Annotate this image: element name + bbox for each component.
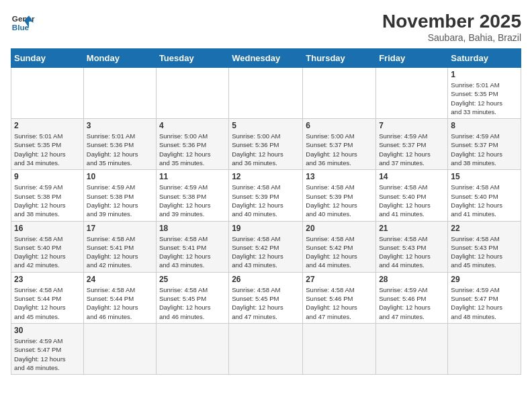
day-info: Sunrise: 4:58 AM Sunset: 5:43 PM Dayligh…: [379, 234, 445, 270]
calendar-cell: 30Sunrise: 4:59 AM Sunset: 5:47 PM Dayli…: [11, 323, 84, 374]
calendar-cell: [156, 68, 228, 119]
day-info: Sunrise: 4:58 AM Sunset: 5:42 PM Dayligh…: [232, 234, 300, 270]
day-info: Sunrise: 4:59 AM Sunset: 5:38 PM Dayligh…: [87, 183, 153, 218]
day-info: Sunrise: 4:58 AM Sunset: 5:43 PM Dayligh…: [451, 234, 518, 270]
calendar-cell: 16Sunrise: 4:58 AM Sunset: 5:40 PM Dayli…: [11, 221, 84, 272]
day-number: 2: [14, 121, 81, 130]
day-info: Sunrise: 5:01 AM Sunset: 5:36 PM Dayligh…: [87, 132, 153, 167]
calendar-cell: [448, 323, 521, 374]
day-info: Sunrise: 5:00 AM Sunset: 5:36 PM Dayligh…: [232, 132, 300, 167]
day-info: Sunrise: 4:59 AM Sunset: 5:46 PM Dayligh…: [379, 285, 445, 321]
day-info: Sunrise: 4:58 AM Sunset: 5:40 PM Dayligh…: [451, 183, 518, 218]
weekday-header: Saturday: [448, 49, 521, 68]
calendar-cell: 10Sunrise: 4:59 AM Sunset: 5:38 PM Dayli…: [83, 170, 156, 221]
day-info: Sunrise: 4:59 AM Sunset: 5:38 PM Dayligh…: [14, 183, 81, 218]
calendar-cell: 26Sunrise: 4:58 AM Sunset: 5:45 PM Dayli…: [229, 272, 303, 323]
day-number: 17: [87, 224, 153, 233]
day-number: 12: [232, 172, 300, 181]
calendar-week-row: 30Sunrise: 4:59 AM Sunset: 5:47 PM Dayli…: [11, 323, 521, 374]
day-number: 27: [306, 275, 373, 284]
day-number: 6: [306, 121, 373, 130]
calendar-cell: 28Sunrise: 4:59 AM Sunset: 5:46 PM Dayli…: [376, 272, 448, 323]
day-number: 5: [232, 121, 300, 130]
day-info: Sunrise: 4:58 AM Sunset: 5:40 PM Dayligh…: [14, 234, 81, 270]
day-info: Sunrise: 4:58 AM Sunset: 5:44 PM Dayligh…: [14, 285, 81, 321]
day-info: Sunrise: 4:58 AM Sunset: 5:40 PM Dayligh…: [379, 183, 445, 218]
day-number: 25: [159, 275, 226, 284]
calendar-cell: [376, 323, 448, 374]
calendar-cell: 20Sunrise: 4:58 AM Sunset: 5:42 PM Dayli…: [303, 221, 376, 272]
month-title: November 2025: [382, 11, 521, 32]
day-number: 10: [87, 172, 153, 181]
day-info: Sunrise: 5:01 AM Sunset: 5:35 PM Dayligh…: [14, 132, 81, 167]
weekday-header: Sunday: [11, 49, 84, 68]
calendar-cell: [83, 68, 156, 119]
weekday-header: Friday: [376, 49, 448, 68]
logo-icon: General Blue: [11, 11, 35, 35]
weekday-header: Tuesday: [156, 49, 228, 68]
calendar-cell: [156, 323, 228, 374]
calendar-cell: 1Sunrise: 5:01 AM Sunset: 5:35 PM Daylig…: [448, 68, 521, 119]
calendar-week-row: 9Sunrise: 4:59 AM Sunset: 5:38 PM Daylig…: [11, 170, 521, 221]
calendar-cell: 19Sunrise: 4:58 AM Sunset: 5:42 PM Dayli…: [229, 221, 303, 272]
day-number: 29: [451, 275, 518, 284]
day-info: Sunrise: 4:59 AM Sunset: 5:37 PM Dayligh…: [379, 132, 445, 167]
day-number: 26: [232, 275, 300, 284]
calendar-cell: 12Sunrise: 4:58 AM Sunset: 5:39 PM Dayli…: [229, 170, 303, 221]
day-info: Sunrise: 4:58 AM Sunset: 5:45 PM Dayligh…: [159, 285, 226, 321]
calendar-cell: 11Sunrise: 4:59 AM Sunset: 5:38 PM Dayli…: [156, 170, 228, 221]
calendar-cell: 3Sunrise: 5:01 AM Sunset: 5:36 PM Daylig…: [83, 119, 156, 170]
title-block: November 2025 Saubara, Bahia, Brazil: [382, 11, 521, 43]
day-number: 21: [379, 224, 445, 233]
day-number: 30: [14, 326, 81, 335]
calendar-cell: 2Sunrise: 5:01 AM Sunset: 5:35 PM Daylig…: [11, 119, 84, 170]
calendar-cell: 18Sunrise: 4:58 AM Sunset: 5:41 PM Dayli…: [156, 221, 228, 272]
day-number: 8: [451, 121, 518, 130]
page-header: General Blue November 2025 Saubara, Bahi…: [11, 11, 521, 43]
day-info: Sunrise: 5:00 AM Sunset: 5:37 PM Dayligh…: [306, 132, 373, 167]
day-number: 19: [232, 224, 300, 233]
location: Saubara, Bahia, Brazil: [382, 32, 521, 43]
calendar-cell: 22Sunrise: 4:58 AM Sunset: 5:43 PM Dayli…: [448, 221, 521, 272]
calendar-week-row: 2Sunrise: 5:01 AM Sunset: 5:35 PM Daylig…: [11, 119, 521, 170]
day-number: 20: [306, 224, 373, 233]
day-info: Sunrise: 4:59 AM Sunset: 5:38 PM Dayligh…: [159, 183, 226, 218]
day-number: 7: [379, 121, 445, 130]
day-info: Sunrise: 4:59 AM Sunset: 5:37 PM Dayligh…: [451, 132, 518, 167]
day-number: 28: [379, 275, 445, 284]
day-info: Sunrise: 4:58 AM Sunset: 5:41 PM Dayligh…: [87, 234, 153, 270]
day-number: 4: [159, 121, 226, 130]
day-info: Sunrise: 4:58 AM Sunset: 5:39 PM Dayligh…: [306, 183, 373, 218]
calendar-week-row: 1Sunrise: 5:01 AM Sunset: 5:35 PM Daylig…: [11, 68, 521, 119]
day-number: 24: [87, 275, 153, 284]
weekday-header: Wednesday: [229, 49, 303, 68]
day-info: Sunrise: 4:58 AM Sunset: 5:45 PM Dayligh…: [232, 285, 300, 321]
calendar-cell: [303, 323, 376, 374]
day-number: 11: [159, 172, 226, 181]
day-number: 3: [87, 121, 153, 130]
calendar-cell: 6Sunrise: 5:00 AM Sunset: 5:37 PM Daylig…: [303, 119, 376, 170]
calendar-cell: [376, 68, 448, 119]
calendar-cell: [229, 68, 303, 119]
calendar-cell: 27Sunrise: 4:58 AM Sunset: 5:46 PM Dayli…: [303, 272, 376, 323]
calendar-cell: 14Sunrise: 4:58 AM Sunset: 5:40 PM Dayli…: [376, 170, 448, 221]
calendar-cell: [83, 323, 156, 374]
day-info: Sunrise: 5:00 AM Sunset: 5:36 PM Dayligh…: [159, 132, 226, 167]
calendar-cell: 25Sunrise: 4:58 AM Sunset: 5:45 PM Dayli…: [156, 272, 228, 323]
day-number: 15: [451, 172, 518, 181]
day-number: 18: [159, 224, 226, 233]
weekday-header-row: SundayMondayTuesdayWednesdayThursdayFrid…: [11, 49, 521, 68]
calendar-cell: 15Sunrise: 4:58 AM Sunset: 5:40 PM Dayli…: [448, 170, 521, 221]
calendar-cell: 9Sunrise: 4:59 AM Sunset: 5:38 PM Daylig…: [11, 170, 84, 221]
day-info: Sunrise: 4:59 AM Sunset: 5:47 PM Dayligh…: [451, 285, 518, 321]
calendar-cell: 7Sunrise: 4:59 AM Sunset: 5:37 PM Daylig…: [376, 119, 448, 170]
day-info: Sunrise: 5:01 AM Sunset: 5:35 PM Dayligh…: [451, 81, 518, 116]
calendar-week-row: 23Sunrise: 4:58 AM Sunset: 5:44 PM Dayli…: [11, 272, 521, 323]
calendar-cell: [229, 323, 303, 374]
day-number: 1: [451, 70, 518, 79]
day-number: 22: [451, 224, 518, 233]
logo: General Blue: [11, 11, 35, 35]
calendar-cell: 21Sunrise: 4:58 AM Sunset: 5:43 PM Dayli…: [376, 221, 448, 272]
calendar-cell: 13Sunrise: 4:58 AM Sunset: 5:39 PM Dayli…: [303, 170, 376, 221]
day-info: Sunrise: 4:58 AM Sunset: 5:39 PM Dayligh…: [232, 183, 300, 218]
